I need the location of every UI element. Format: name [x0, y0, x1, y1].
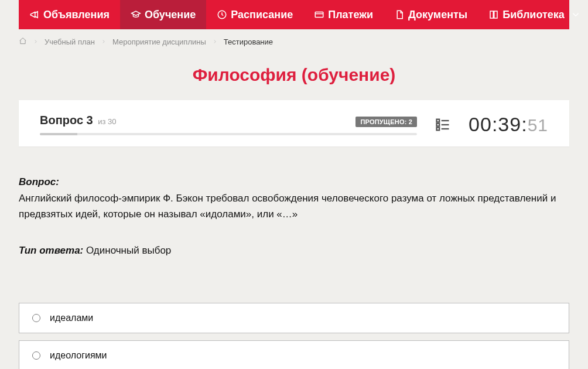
- chevron-down-icon: [570, 9, 581, 20]
- card-icon: [314, 9, 324, 20]
- answer-option-label: идеологиями: [50, 350, 107, 361]
- answer-option[interactable]: идеологиями: [19, 340, 569, 369]
- doc-icon: [394, 9, 405, 20]
- progress-fill: [40, 133, 77, 135]
- nav-payments[interactable]: Платежи: [303, 0, 384, 29]
- graduation-icon: [131, 9, 141, 20]
- timer-seconds: 51: [528, 115, 548, 135]
- answer-option[interactable]: идеалами: [19, 303, 569, 333]
- breadcrumb-current: Тестирование: [224, 37, 273, 46]
- question-total: из 30: [98, 117, 116, 126]
- question-area: Вопрос: Английский философ-эмпирик Ф. Бэ…: [19, 146, 569, 276]
- nav-label: Библиотека: [502, 9, 565, 21]
- home-icon[interactable]: [19, 37, 27, 47]
- main-nav: Объявления Обучение Расписание: [19, 0, 569, 29]
- svg-rect-1: [315, 12, 323, 18]
- nav-label: Платежи: [328, 9, 373, 21]
- timer-main: 00:39:: [469, 113, 528, 135]
- answer-option-label: идеалами: [50, 313, 93, 323]
- skipped-badge: ПРОПУЩЕНО: 2: [355, 117, 417, 127]
- status-card: Вопрос 3 из 30 ПРОПУЩЕНО: 2: [19, 100, 569, 146]
- answer-type-value: Одиночный выбор: [86, 245, 171, 256]
- svg-rect-3: [437, 123, 440, 126]
- megaphone-icon: [29, 9, 40, 20]
- timer: 00:39:51: [469, 113, 548, 136]
- nav-education[interactable]: Обучение: [120, 0, 206, 29]
- chevron-right-icon: [33, 37, 39, 46]
- clock-icon: [217, 9, 227, 20]
- nav-label: Документы: [408, 9, 467, 21]
- svg-rect-4: [437, 127, 440, 130]
- question-heading: Вопрос:: [19, 175, 569, 190]
- chevron-right-icon: [101, 37, 107, 46]
- question-list-icon[interactable]: [435, 117, 451, 133]
- breadcrumb-link[interactable]: Учебный план: [45, 37, 95, 46]
- nav-library[interactable]: Библиотека: [478, 0, 588, 29]
- nav-label: Расписание: [231, 9, 293, 21]
- page-title: Философия (обучение): [19, 54, 569, 100]
- progress-bar: [40, 133, 417, 135]
- answer-type: Тип ответа: Одиночный выбор: [19, 243, 569, 258]
- answer-type-label: Тип ответа:: [19, 245, 83, 256]
- breadcrumb-link[interactable]: Мероприятие дисциплины: [112, 37, 206, 46]
- question-number: Вопрос 3: [40, 114, 93, 127]
- nav-label: Обучение: [145, 9, 196, 21]
- nav-label: Объявления: [43, 9, 110, 21]
- book-icon: [488, 9, 499, 20]
- answer-radio[interactable]: [32, 314, 40, 322]
- svg-rect-2: [437, 119, 440, 122]
- answer-options: идеалами идеологиями: [19, 276, 569, 369]
- breadcrumb: Учебный план Мероприятие дисциплины Тест…: [19, 29, 569, 54]
- chevron-right-icon: [212, 37, 218, 46]
- nav-documents[interactable]: Документы: [384, 0, 478, 29]
- nav-schedule[interactable]: Расписание: [206, 0, 303, 29]
- answer-radio[interactable]: [32, 351, 40, 360]
- question-text: Английский философ-эмпирик Ф. Бэкон треб…: [19, 191, 569, 222]
- nav-announcements[interactable]: Объявления: [19, 0, 120, 29]
